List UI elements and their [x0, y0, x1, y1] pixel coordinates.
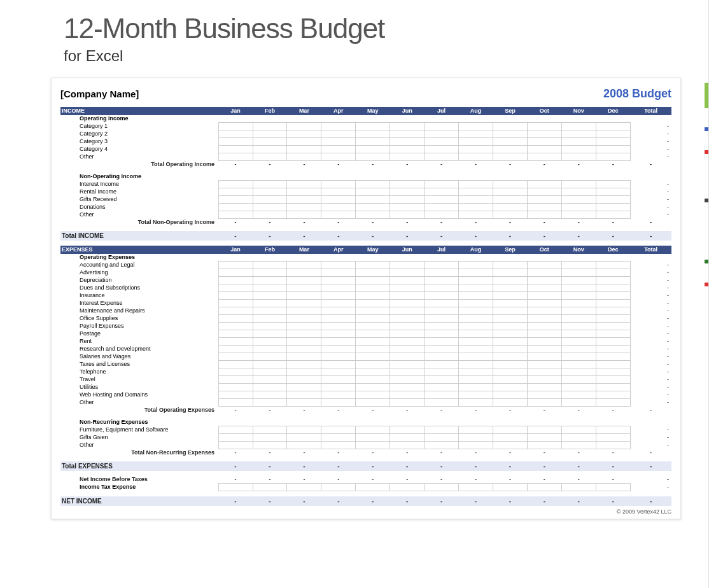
subtotal-row: Total Operating Income------------- [60, 161, 671, 169]
subtotal-row: Total Non-Operating Income------------- [60, 219, 671, 227]
line-item: Depreciation- [60, 277, 671, 284]
line-item: Interest Expense- [60, 300, 671, 307]
subsection-header: Operating Expenses [60, 254, 671, 262]
line-item: Accounting and Legal- [60, 262, 671, 269]
section-header: EXPENSESJanFebMarAprMayJunJulAugSepOctNo… [60, 246, 671, 254]
line-item: Category 4- [60, 146, 671, 153]
line-item: Office Supplies- [60, 315, 671, 323]
line-item: Category 3- [60, 138, 671, 146]
section-total: Total INCOME------------- [60, 231, 671, 241]
line-item: Interest Income- [60, 181, 671, 188]
copyright: © 2009 Vertex42 LLC [60, 508, 671, 515]
line-item: Gifts Given- [60, 434, 671, 442]
subtotal-row: Total Non-Recurring Expenses------------… [60, 449, 671, 457]
subsection-header: Non-Operating Income [60, 173, 671, 181]
section-header: INCOMEJanFebMarAprMayJunJulAugSepOctNovD… [60, 107, 671, 115]
line-item: Category 1- [60, 123, 671, 130]
company-name: [Company Name] [60, 88, 139, 99]
line-item: Utilities- [60, 384, 671, 391]
subsection-header: Operating Income [60, 115, 671, 123]
line-item: Salaries and Wages- [60, 353, 671, 361]
page-title: 12-Month Business Budget [64, 13, 708, 45]
subsection-header: Non-Recurring Expenses [60, 419, 671, 426]
budget-year: 2008 Budget [603, 87, 671, 101]
line-item: Travel- [60, 376, 671, 384]
line-item: Advertising- [60, 269, 671, 277]
section-total: Total EXPENSES------------- [60, 461, 671, 471]
line-item: Gifts Received- [60, 196, 671, 204]
spreadsheet-preview: [Company Name] 2008 Budget INCOMEJanFebM… [51, 78, 681, 519]
line-item: Other- [60, 399, 671, 407]
line-item: Rental Income- [60, 188, 671, 196]
line-item: Maintenance and Repairs- [60, 307, 671, 315]
line-item: Donations- [60, 204, 671, 211]
line-item: Other- [60, 442, 671, 449]
section-total: NET INCOME------------- [60, 496, 671, 506]
line-item: Web Hosting and Domains- [60, 391, 671, 399]
line-item: Taxes and Licenses- [60, 361, 671, 368]
line-item: Research and Development- [60, 346, 671, 353]
line-item: Income Tax Expense- [60, 484, 671, 491]
line-item: Insurance- [60, 292, 671, 300]
page-subtitle: for Excel [64, 47, 708, 65]
subtotal-row: Total Operating Expenses------------- [60, 407, 671, 414]
line-item: Payroll Expenses- [60, 323, 671, 330]
line-item: Other- [60, 153, 671, 161]
line-item: Postage- [60, 330, 671, 338]
side-accent-strip [705, 83, 708, 305]
net-line: Net Income Before Taxes------------- [60, 476, 671, 484]
line-item: Rent- [60, 338, 671, 346]
budget-table: INCOMEJanFebMarAprMayJunJulAugSepOctNovD… [60, 107, 671, 506]
line-item: Furniture, Equipment and Software- [60, 426, 671, 434]
line-item: Other- [60, 211, 671, 219]
line-item: Telephone- [60, 368, 671, 376]
line-item: Category 2- [60, 130, 671, 138]
line-item: Dues and Subscriptions- [60, 284, 671, 292]
